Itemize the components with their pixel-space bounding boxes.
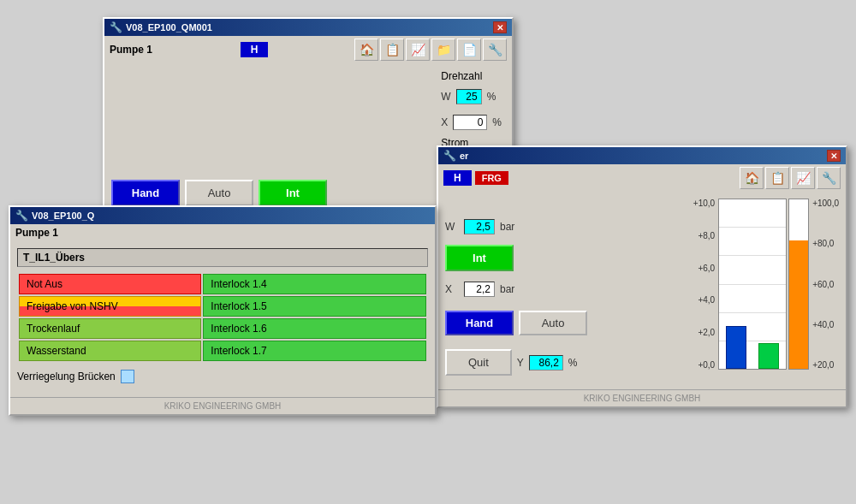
x-value-gauge: 2,2 — [464, 282, 495, 297]
y-axis-2: +2,0 — [693, 328, 715, 337]
quit-button-gauge[interactable]: Quit — [445, 349, 512, 376]
close-button-main[interactable]: ✕ — [493, 21, 507, 33]
y2-axis-20: +20,0 — [812, 360, 839, 370]
bar-blue — [726, 326, 746, 369]
percent-label1: % — [487, 91, 496, 103]
close-button-gauge[interactable]: ✕ — [827, 150, 841, 162]
bar-orange — [789, 240, 808, 369]
y-axis-8: +8,0 — [693, 231, 715, 240]
y-axis-10: +10,0 — [693, 199, 715, 208]
toolbar-copy-btn[interactable]: 📄 — [457, 39, 481, 61]
auto-button-gauge[interactable]: Auto — [519, 311, 587, 335]
status-bar-gauge: H FRG 🏠 📋 📈 🔧 — [438, 164, 846, 192]
interlock-table: Not Aus Interlock 1.4 Freigabe von NSHV … — [17, 272, 428, 363]
verriegelung-label: Verriegelung Brücken — [17, 371, 116, 382]
table-row: Freigabe von NSHV Interlock 1.5 — [19, 296, 426, 317]
h-button-gauge[interactable]: H — [443, 170, 472, 186]
window-title-interlock: V08_EP100_Q — [32, 210, 94, 221]
il-value-1: Interlock 1.4 — [203, 274, 426, 294]
w-value-gauge: 2,5 — [464, 219, 495, 234]
w-label: W — [441, 91, 450, 103]
title-bar-interlock: 🔧 V08_EP100_Q — [10, 207, 435, 224]
y-label-gauge: Y — [517, 357, 524, 369]
title-bar-gauge: 🔧 er ✕ — [438, 147, 846, 164]
footer-gauge: KRIKO ENGINEERING GMBH — [438, 389, 846, 406]
y-axis-4: +4,0 — [693, 295, 715, 305]
w-label-gauge: W — [445, 221, 459, 233]
toolbar-wrench-btn2[interactable]: 🔧 — [817, 167, 841, 189]
toolbar-chart-btn2[interactable]: 📈 — [791, 167, 815, 189]
status-bar-interlock: Pumpe 1 — [10, 224, 435, 241]
y-value-gauge: 86,2 — [529, 355, 563, 371]
il-label-3: Trockenlauf — [19, 318, 201, 339]
hand-button[interactable]: Hand — [111, 180, 180, 206]
title-bar-main: 🔧 V08_EP100_QM001 ✕ — [104, 19, 512, 36]
drehzahl-label: Drehzahl — [441, 70, 482, 82]
toolbar-table-btn2[interactable]: 📋 — [765, 167, 789, 189]
pump-label-main: Pumpe 1 — [110, 44, 152, 56]
y2-axis-100: +100,0 — [812, 199, 839, 208]
verriegelung-checkbox[interactable] — [121, 370, 134, 383]
y2-axis-40: +40,0 — [812, 320, 839, 329]
toolbar-folder-btn[interactable]: 📁 — [431, 39, 455, 61]
il-label-1: Not Aus — [19, 274, 201, 294]
y2-axis-60: +60,0 — [812, 280, 839, 289]
toolbar-home-btn[interactable]: 🏠 — [354, 39, 378, 61]
y-axis-6: +6,0 — [693, 264, 715, 273]
window-gauge: 🔧 er ✕ H FRG 🏠 📋 📈 🔧 W 2,5 bar — [437, 145, 847, 408]
toolbar-chart-btn[interactable]: 📈 — [406, 39, 430, 61]
title-icon-main: 🔧 — [110, 21, 122, 33]
w-unit-gauge: bar — [500, 221, 514, 233]
table-row: Not Aus Interlock 1.4 — [19, 274, 426, 294]
y-unit-gauge: % — [568, 357, 578, 369]
gauge-title-icon: 🔧 — [443, 150, 456, 162]
int-button-gauge[interactable]: Int — [445, 245, 514, 271]
percent-label2: % — [492, 116, 502, 128]
y-axis-0: +0,0 — [693, 360, 715, 370]
table-row: Wasserstand Interlock 1.7 — [19, 341, 426, 361]
bar-green — [758, 343, 779, 369]
table-row: Trockenlauf Interlock 1.6 — [19, 318, 426, 339]
toolbar-wrench-btn[interactable]: 🔧 — [483, 39, 507, 61]
window-interlock: 🔧 V08_EP100_Q Pumpe 1 T_IL1_Übers Not Au… — [9, 205, 437, 416]
window-title-gauge: er — [460, 151, 468, 161]
toolbar-home-btn2[interactable]: 🏠 — [740, 167, 764, 189]
window-title-main: V08_EP100_QM001 — [126, 22, 212, 33]
il-label-2: Freigabe von NSHV — [19, 296, 201, 317]
x-value: 0 — [453, 115, 487, 130]
x-label: X — [441, 116, 448, 128]
il-value-4: Interlock 1.7 — [203, 341, 426, 361]
frg-button[interactable]: FRG — [475, 171, 508, 185]
pump-label-interlock: Pumpe 1 — [15, 227, 58, 239]
il-title-icon: 🔧 — [15, 210, 28, 222]
h-button-main[interactable]: H — [241, 42, 269, 57]
interlock-content: T_IL1_Übers Not Aus Interlock 1.4 Freiga… — [10, 241, 435, 394]
auto-button[interactable]: Auto — [185, 180, 253, 206]
int-button[interactable]: Int — [259, 180, 327, 206]
x-label-gauge: X — [445, 283, 459, 295]
status-bar-main: Pumpe 1 H 🏠 📋 📈 📁 📄 🔧 — [104, 36, 512, 63]
interlock-title: T_IL1_Übers — [23, 252, 85, 264]
hand-button-gauge[interactable]: Hand — [445, 311, 514, 335]
il-value-3: Interlock 1.6 — [203, 318, 426, 339]
gauge-content: W 2,5 bar Int X 2,2 bar Hand Auto — [438, 192, 846, 386]
toolbar-table-btn[interactable]: 📋 — [380, 39, 404, 61]
il-value-2: Interlock 1.5 — [203, 296, 426, 317]
w-value: 25 — [456, 89, 482, 104]
il-label-4: Wasserstand — [19, 341, 201, 361]
y2-axis-80: +80,0 — [812, 239, 839, 248]
x-unit-gauge: bar — [500, 283, 514, 295]
footer-interlock: KRIKO ENGINEERING GMBH — [10, 397, 435, 414]
